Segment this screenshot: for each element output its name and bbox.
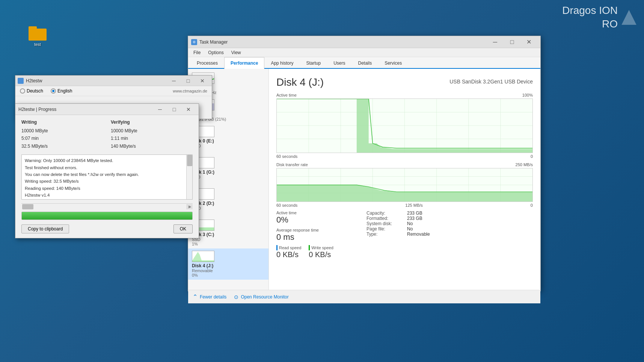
fewer-details-button[interactable]: ⌃ Fewer details (193, 293, 226, 300)
sidebar-disk1-label: Disk 1 (G:) (192, 170, 265, 175)
hscrollbar-thumb[interactable] (22, 204, 33, 209)
ok-button[interactable]: OK (173, 224, 193, 233)
watermark-text: Dragos ION RO (562, 4, 618, 31)
open-resource-monitor-button[interactable]: ⊙ Open Resource Monitor (234, 294, 288, 300)
progress-maximize-button[interactable]: □ (167, 104, 181, 115)
copy-to-clipboard-button[interactable]: Copy to clipboard (21, 224, 69, 233)
active-time-chart (276, 98, 533, 153)
write-speed-bar (309, 245, 310, 250)
disk-detail-content: Disk 4 (J:) USB SanDisk 3.2Gen1 USB Devi… (269, 69, 540, 290)
fewer-details-label: Fewer details (200, 294, 226, 300)
tab-performance[interactable]: Performance (224, 57, 264, 69)
tab-startup[interactable]: Startup (300, 57, 327, 69)
svg-rect-5 (192, 261, 214, 262)
task-manager-icon: ⚙ (191, 39, 197, 45)
radio-english-label: English (57, 88, 72, 94)
disk-header: Disk 4 (J:) USB SanDisk 3.2Gen1 USB Devi… (276, 76, 533, 88)
icon-label: test (34, 42, 41, 47)
radio-deutsch[interactable]: Deutsch (20, 88, 43, 94)
h2testw-outer-controls: ─ □ ✕ (167, 76, 210, 86)
minimize-button[interactable]: ─ (487, 36, 504, 48)
sidebar-item-disk2[interactable]: Disk 2 (D:) HDD 0% (188, 186, 268, 217)
verifying-speed: 140 MByte/s (111, 142, 193, 150)
tab-processes[interactable]: Processes (190, 57, 224, 69)
h2testw-maximize-button[interactable]: □ (181, 76, 195, 86)
window-controls: ─ □ ✕ (487, 36, 537, 48)
verifying-size: 10000 MByte (111, 127, 193, 135)
hscroll-right-arrow[interactable]: ▶ (187, 204, 193, 209)
h2testw-outer-title: H2testw (18, 78, 167, 84)
close-button[interactable]: ✕ (520, 36, 537, 48)
tab-users[interactable]: Users (327, 57, 351, 69)
log-scrollbar[interactable] (186, 155, 192, 199)
maximize-button[interactable]: □ (504, 36, 520, 48)
disk-device-info: USB SanDisk 3.2Gen1 USB Device (449, 76, 533, 85)
log-hscrollbar[interactable]: ▶ (21, 203, 193, 209)
sidebar-disk0-pct: 0% (192, 148, 265, 153)
verifying-time: 1:11 min (111, 135, 193, 142)
sidebar-disk4-pct: 0% (192, 273, 265, 277)
verifying-col: Verifying 10000 MByte 1:11 min 140 MByte… (111, 120, 193, 150)
sidebar-disk1-sub: SSD (192, 175, 265, 179)
system-disk-key: System disk: (366, 221, 404, 226)
progress-minimize-button[interactable]: ─ (153, 104, 167, 115)
writing-col: Writing 10000 MByte 5:07 min 32.5 MByte/… (21, 120, 103, 150)
progress-log-content: Warning: Only 10000 of 238454 MByte test… (25, 157, 189, 198)
desktop: Dragos ION RO test ⚙ Task Manager ─ □ ✕ … (0, 0, 644, 362)
progress-close-button[interactable]: ✕ (181, 104, 196, 115)
sidebar-item-disk4[interactable]: Disk 4 (J:) Removable 0% (188, 248, 268, 280)
transfer-rate-max2: 125 MB/s (405, 203, 422, 208)
radio-english-circle (51, 88, 56, 94)
tab-services[interactable]: Services (378, 57, 408, 69)
task-manager-footer: ⌃ Fewer details ⊙ Open Resource Monitor (188, 290, 540, 303)
formatted-key: Formatted: (366, 216, 404, 221)
sidebar-disk4-label: Disk 4 (J:) (192, 263, 265, 268)
sidebar-disk1-pct: 0% (192, 179, 265, 184)
sidebar-item-disk3[interactable]: Disk 3 (C:) SSD 1% (188, 217, 268, 248)
write-speed-label-text: Write speed (311, 245, 333, 250)
avg-response-stat-label: Average response time (276, 228, 359, 232)
active-time-stat: Active time 0% (276, 211, 359, 225)
page-file-val: No (407, 226, 413, 232)
desktop-icon-test[interactable]: test (23, 26, 53, 47)
write-speed-label: Write speed (309, 245, 333, 250)
progress-buttons: Copy to clipboard OK (21, 224, 193, 233)
progress-bar-container (21, 212, 193, 220)
type-row: Type: Removable (366, 232, 533, 237)
log-scrollbar-thumb[interactable] (187, 155, 192, 166)
h2testw-icon (18, 78, 24, 84)
radio-deutsch-label: Deutsch (27, 88, 43, 94)
h2testw-outer-titlebar: H2testw ─ □ ✕ (15, 76, 212, 86)
sidebar-disk2-pct: 0% (192, 211, 265, 215)
writing-speed: 32.5 MByte/s (21, 142, 103, 150)
h2testw-close-button[interactable]: ✕ (195, 76, 210, 86)
capacity-row: Capacity: 233 GB (366, 211, 533, 216)
h2testw-minimize-button[interactable]: ─ (167, 76, 181, 86)
active-time-stat-value: 0% (276, 215, 359, 225)
sidebar-item-disk0[interactable]: Disk 0 (E:) HDD 0% (188, 124, 268, 155)
radio-english[interactable]: English (51, 88, 72, 94)
system-disk-val: No (407, 221, 413, 226)
progress-titlebar: H2testw | Progress ─ □ ✕ (15, 104, 199, 115)
watermark-line1: Dragos ION (562, 4, 618, 17)
progress-controls: ─ □ ✕ (153, 104, 196, 115)
menu-file[interactable]: File (190, 49, 204, 56)
menu-view[interactable]: View (228, 49, 244, 56)
writing-col-title: Writing (21, 120, 103, 125)
tab-details[interactable]: Details (351, 57, 378, 69)
tab-app-history[interactable]: App history (264, 57, 300, 69)
avg-response-stat: Average response time 0 ms (276, 228, 359, 242)
open-resource-monitor-label: Open Resource Monitor (241, 294, 288, 300)
menu-options[interactable]: Options (205, 49, 226, 56)
verifying-col-title: Verifying (111, 120, 193, 125)
writing-size: 10000 MByte (21, 127, 103, 135)
transfer-rate-chart-label: Disk transfer rate 250 MB/s (276, 162, 533, 167)
active-time-label: Active time (276, 93, 297, 97)
fewer-details-icon: ⌃ (193, 293, 198, 300)
read-speed-stat: Read speed 0 KB/s (276, 245, 301, 259)
sidebar-disk3-pct: 1% (192, 242, 265, 246)
formatted-val: 233 GB (407, 216, 422, 221)
sidebar-item-disk1[interactable]: Disk 1 (G:) SSD 0% (188, 155, 268, 186)
avg-response-stat-value: 0 ms (276, 232, 359, 242)
page-file-row: Page file: No (366, 226, 533, 232)
